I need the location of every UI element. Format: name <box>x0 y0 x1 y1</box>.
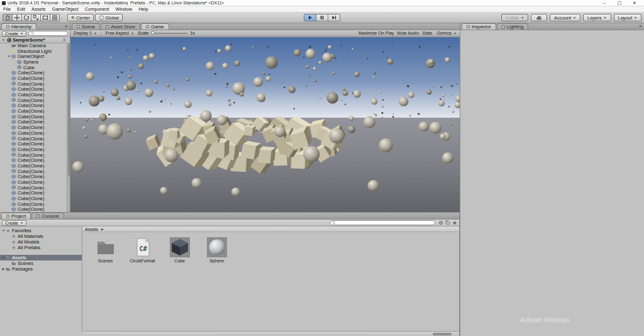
hierarchy-create-button[interactable]: Create▼ <box>2 31 26 36</box>
project-tree-item[interactable]: ▼Assets <box>0 255 82 260</box>
gizmos-dropdown[interactable]: Gizmos▼ <box>435 31 458 35</box>
asset-item-scenes[interactable]: Scenes <box>87 237 123 263</box>
project-tree-item[interactable]: All Materials <box>0 233 82 239</box>
expand-arrow-icon[interactable]: ▼ <box>1 229 6 232</box>
scale-slider[interactable] <box>151 33 187 34</box>
hierarchy-item[interactable]: Main Camera <box>0 43 67 48</box>
hierarchy-item[interactable]: Cube(Clone) <box>0 92 67 98</box>
layers-dropdown[interactable]: Layers▼ <box>583 14 611 21</box>
hierarchy-panel-menu-icon[interactable]: ≡ <box>65 24 67 28</box>
project-tree-item[interactable]: ▶Packages <box>0 266 82 272</box>
pivot-toggle-button[interactable]: ⊕Center <box>67 14 94 21</box>
hierarchy-item[interactable]: Cube(Clone) <box>0 201 67 207</box>
tab-asset-store[interactable]: Asset Store <box>101 23 140 30</box>
search-by-label-icon[interactable] <box>445 220 450 225</box>
hierarchy-item[interactable]: Cube(Clone) <box>0 114 67 120</box>
hierarchy-item[interactable]: Cube(Clone) <box>0 157 67 163</box>
hierarchy-item[interactable]: Cube(Clone) <box>0 147 67 152</box>
tab-console[interactable]: Console <box>31 213 64 219</box>
scrollbar-thumb[interactable] <box>68 43 70 176</box>
project-create-button[interactable]: Create▼ <box>2 220 26 226</box>
hierarchy-item[interactable]: Cube(Clone) <box>0 98 67 103</box>
hierarchy-item[interactable]: Cube(Clone) <box>0 103 67 109</box>
hierarchy-item[interactable]: Cube(Clone) <box>0 130 67 136</box>
hierarchy-search[interactable] <box>28 31 68 36</box>
hierarchy-item[interactable]: Cube(Clone) <box>0 191 67 196</box>
transform-tool-button[interactable] <box>50 14 60 21</box>
stats-toggle[interactable]: Stats <box>422 31 432 35</box>
menu-gameobject[interactable]: GameObject <box>49 6 82 12</box>
hierarchy-item[interactable]: Cube(Clone) <box>0 136 67 142</box>
tab-scene[interactable]: Scene <box>72 23 100 30</box>
hierarchy-item[interactable]: Cube(Clone) <box>0 163 67 169</box>
project-tree-item[interactable]: ▼Favorites <box>0 228 82 233</box>
hierarchy-scrollbar[interactable] <box>67 43 70 212</box>
hierarchy-item[interactable]: Sphere <box>0 59 67 65</box>
scale-tool-button[interactable] <box>31 14 41 21</box>
tab-hierarchy[interactable]: Hierarchy <box>1 23 36 30</box>
layout-dropdown[interactable]: Layout▼ <box>614 14 641 21</box>
menu-file[interactable]: File <box>0 6 14 12</box>
thumbnail-size-slider[interactable] <box>433 333 452 336</box>
rotate-tool-button[interactable] <box>21 14 31 21</box>
hierarchy-item[interactable]: Cube(Clone) <box>0 152 67 158</box>
scale-slider-thumb[interactable] <box>151 31 155 35</box>
hierarchy-item[interactable]: Cube(Clone) <box>0 120 67 125</box>
hand-tool-button[interactable] <box>3 14 13 21</box>
hierarchy-item[interactable]: Cube(Clone) <box>0 185 67 191</box>
cloud-services-button[interactable] <box>531 14 547 21</box>
play-button[interactable] <box>304 14 316 21</box>
search-by-type-icon[interactable] <box>438 220 443 225</box>
display-dropdown[interactable]: Display 1▼ <box>72 31 98 35</box>
game-viewport[interactable] <box>70 37 460 212</box>
project-search-input[interactable] <box>337 221 433 225</box>
tab-lighting[interactable]: Lighting <box>497 23 528 30</box>
asset-item-circleformat[interactable]: C#CircleFormat <box>125 237 160 263</box>
collab-dropdown[interactable]: Collab▼ <box>501 14 528 21</box>
expand-arrow-icon[interactable]: ▼ <box>1 256 6 259</box>
expand-arrow-icon[interactable]: ▼ <box>1 38 6 42</box>
hierarchy-item[interactable]: Cube(Clone) <box>0 70 67 76</box>
inspector-panel-menu-icon[interactable]: ≡ <box>639 24 641 28</box>
project-search[interactable] <box>330 220 435 225</box>
hierarchy-item[interactable]: Cube(Clone) <box>0 108 67 114</box>
menu-edit[interactable]: Edit <box>14 6 28 12</box>
maximize-button[interactable]: ▢ <box>612 1 627 6</box>
hierarchy-item[interactable]: Cube(Clone) <box>0 141 67 147</box>
hierarchy-item[interactable]: Cube(Clone) <box>0 207 67 212</box>
hierarchy-item[interactable]: Cube(Clone) <box>0 76 67 81</box>
hierarchy-item[interactable]: ▼GameObject <box>0 53 67 59</box>
hierarchy-item[interactable]: Directional Light <box>0 48 67 54</box>
aspect-dropdown[interactable]: Free Aspect▼ <box>104 31 135 35</box>
account-dropdown[interactable]: Account▼ <box>550 14 580 21</box>
expand-arrow-icon[interactable]: ▼ <box>7 55 11 58</box>
collapse-arrow-icon[interactable]: ▶ <box>1 267 6 271</box>
move-tool-button[interactable] <box>12 14 22 21</box>
menu-help[interactable]: Help <box>135 6 151 12</box>
scene-menu-icon[interactable]: ≡ <box>63 38 65 42</box>
hierarchy-item[interactable]: Cube(Clone) <box>0 87 67 92</box>
tab-game[interactable]: Game <box>141 23 169 30</box>
hierarchy-item[interactable]: Cube(Clone) <box>0 169 67 174</box>
menu-assets[interactable]: Assets <box>28 6 49 12</box>
hierarchy-item[interactable]: Cube(Clone) <box>0 174 67 180</box>
hierarchy-item[interactable]: Cube <box>0 65 67 70</box>
space-toggle-button[interactable]: ◯Global <box>95 14 123 21</box>
hierarchy-item[interactable]: Cube(Clone) <box>0 179 67 185</box>
tab-project[interactable]: Project <box>1 213 31 219</box>
step-button[interactable] <box>328 14 340 21</box>
hierarchy-item[interactable]: Cube(Clone) <box>0 81 67 87</box>
close-button[interactable]: ✕ <box>627 1 642 6</box>
asset-item-sphere[interactable]: Sphere <box>199 237 235 263</box>
project-tree-item[interactable]: All Prefabs <box>0 245 82 250</box>
rect-tool-button[interactable] <box>40 14 50 21</box>
pause-button[interactable] <box>316 14 328 21</box>
minimize-button[interactable]: – <box>597 1 612 6</box>
project-tree-item[interactable]: All Models <box>0 239 82 245</box>
tab-inspector[interactable]: Inspector <box>462 23 496 30</box>
maximize-on-play-toggle[interactable]: Maximize On Play <box>358 31 394 35</box>
menu-window[interactable]: Window <box>112 6 135 12</box>
breadcrumb-item[interactable]: Assets <box>85 227 98 232</box>
hierarchy-search-input[interactable] <box>36 31 65 36</box>
mute-audio-toggle[interactable]: Mute Audio <box>397 31 419 35</box>
